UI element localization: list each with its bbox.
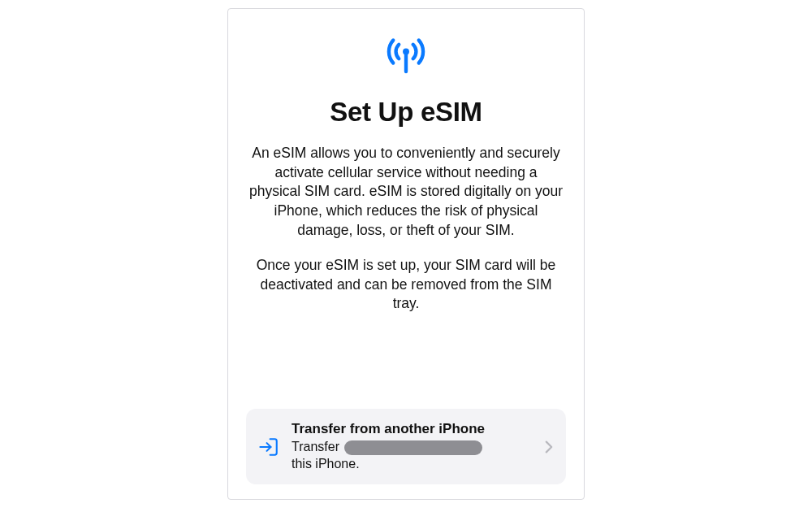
transfer-subtitle-prefix: Transfer [292, 439, 339, 456]
page-title: Set Up eSIM [330, 97, 482, 128]
transfer-option-subtitle: Transfer this iPhone. [292, 439, 537, 473]
transfer-from-another-iphone-option[interactable]: Transfer from another iPhone Transfer th… [246, 409, 566, 484]
transfer-in-icon [256, 434, 282, 460]
intro-paragraph-2: Once your eSIM is set up, your SIM card … [248, 256, 564, 314]
esim-setup-card: Set Up eSIM An eSIM allows you to conven… [227, 8, 585, 500]
redacted-phone-number [344, 440, 482, 455]
chevron-right-icon [542, 440, 556, 454]
transfer-option-text: Transfer from another iPhone Transfer th… [292, 420, 537, 473]
intro-paragraph-1: An eSIM allows you to conveniently and s… [248, 144, 564, 240]
transfer-option-title: Transfer from another iPhone [292, 420, 537, 437]
cellular-antenna-icon [383, 32, 429, 77]
transfer-subtitle-suffix: this iPhone. [292, 457, 360, 471]
